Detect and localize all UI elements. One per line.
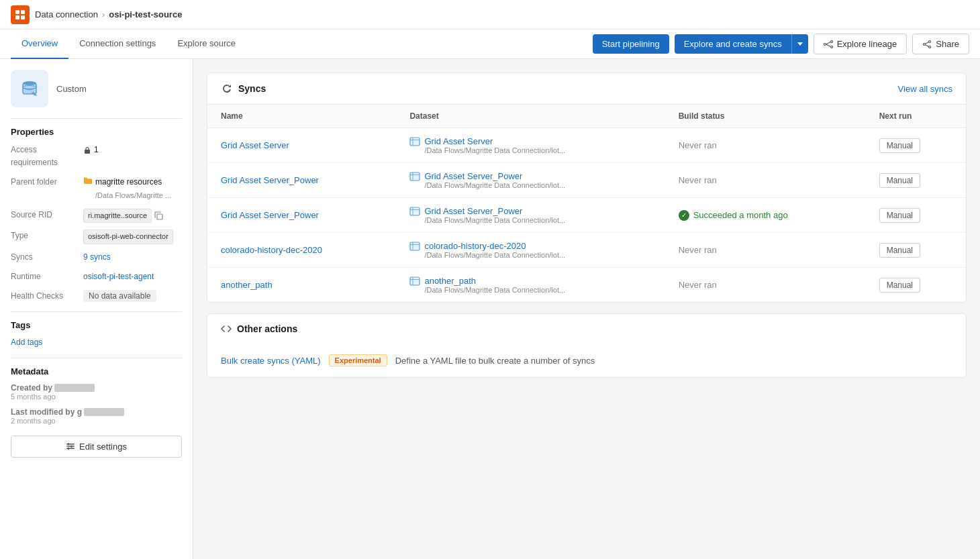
main-content: Syncs View all syncs Name Dataset Build …	[193, 59, 980, 559]
sync-name-link[interactable]: colorado-history-dec-2020	[221, 245, 322, 255]
explore-syncs-button[interactable]: Explore and create syncs	[675, 34, 791, 54]
health-checks-row: Health Checks No data available	[11, 290, 182, 303]
svg-point-5	[830, 40, 832, 42]
app-logo	[11, 5, 30, 24]
sync-name-cell: Grid Asset Server_Power	[207, 163, 396, 198]
dataset-name[interactable]: Grid Asset Server_Power	[424, 171, 565, 181]
dataset-icon	[409, 276, 420, 286]
sync-name-link[interactable]: Grid Asset Server_Power	[221, 210, 319, 220]
sidebar-icon-label: Custom	[56, 84, 87, 94]
copy-icon[interactable]	[154, 211, 163, 220]
parent-folder-row: Parent folder magritte resources /Data F…	[11, 176, 182, 201]
tab-connection-settings[interactable]: Connection settings	[68, 30, 166, 59]
last-modified-value	[84, 408, 124, 416]
runtime-label: Runtime	[11, 270, 78, 283]
topbar: Data connection › osi-pi-test-source	[0, 0, 980, 30]
table-row: another_path another_path /Data Flows/Ma…	[207, 268, 966, 303]
syncs-value[interactable]: 9 syncs	[83, 251, 182, 264]
created-by-row: Created by 5 months ago	[11, 383, 182, 401]
health-checks-label: Health Checks	[11, 290, 78, 303]
syncs-table-head: Name Dataset Build status Next run	[207, 105, 966, 128]
health-checks-value: No data available	[83, 290, 182, 303]
dataset-name[interactable]: colorado-history-dec-2020	[424, 241, 565, 251]
last-modified-row: Last modified by g 2 months ago	[11, 407, 182, 425]
syncs-table-body: Name Dataset Build status Next run Grid …	[207, 105, 966, 302]
other-actions-header: Other actions	[207, 314, 966, 344]
svg-rect-22	[68, 443, 69, 446]
svg-line-12	[926, 42, 929, 43]
sync-name-link[interactable]: another_path	[221, 280, 273, 290]
source-rid-label: Source RID	[11, 209, 78, 221]
sync-name-cell: Grid Asset Server_Power	[207, 198, 396, 233]
bulk-desc-text: Define a YAML file to bulk create a numb…	[395, 356, 595, 366]
build-status-cell: Never ran	[665, 268, 866, 303]
metadata-section: Metadata Created by 5 months ago Last mo…	[11, 366, 182, 425]
dataset-name[interactable]: another_path	[424, 276, 565, 286]
share-button[interactable]: Share	[912, 34, 969, 54]
add-tags-link[interactable]: Add tags	[11, 338, 42, 347]
source-rid-value: ri.magritte..source	[83, 209, 182, 223]
runtime-value[interactable]: osisoft-pi-test-agent	[83, 270, 182, 283]
next-run-cell: Manual	[866, 198, 966, 233]
other-actions-panel: Other actions Bulk create syncs (YAML) E…	[207, 313, 967, 378]
tab-explore-source[interactable]: Explore source	[166, 30, 246, 59]
status-never-ran: Never ran	[679, 280, 717, 290]
edit-settings-button[interactable]: Edit settings	[11, 436, 182, 458]
metadata-title: Metadata	[11, 366, 182, 376]
parent-folder-label: Parent folder	[11, 176, 78, 189]
sync-name-link[interactable]: Grid Asset Server_Power	[221, 175, 319, 185]
tags-title: Tags	[11, 320, 182, 330]
manual-badge: Manual	[879, 138, 920, 153]
access-requirements-row: Access requirements 1	[11, 144, 182, 169]
explore-syncs-dropdown-button[interactable]	[791, 34, 808, 54]
lock-icon	[83, 146, 91, 154]
svg-rect-20	[66, 446, 75, 447]
properties-section-title: Properties	[11, 127, 182, 137]
dataset-icon	[409, 242, 420, 251]
syncs-panel-title: Syncs	[221, 83, 266, 95]
dataset-cell: Grid Asset Server_Power /Data Flows/Magr…	[396, 198, 665, 233]
lineage-icon	[824, 40, 833, 49]
syncs-table-body-rows: Grid Asset Server Grid Asset Server /Dat…	[207, 128, 966, 303]
next-run-cell: Manual	[866, 163, 966, 198]
bulk-create-syncs-link[interactable]: Bulk create syncs (YAML)	[221, 356, 321, 366]
svg-point-4	[824, 43, 826, 45]
svg-rect-1	[21, 10, 25, 14]
svg-rect-23	[71, 446, 72, 448]
tab-overview[interactable]: Overview	[11, 30, 68, 59]
syncs-table: Name Dataset Build status Next run Grid …	[207, 105, 966, 302]
access-requirements-label: Access requirements	[11, 144, 78, 169]
next-run-cell: Manual	[866, 233, 966, 268]
nav-actions: Start pipelining Explore and create sync…	[593, 34, 969, 54]
view-all-syncs-link[interactable]: View all syncs	[898, 84, 952, 94]
dataset-name[interactable]: Grid Asset Server	[424, 136, 565, 146]
svg-rect-17	[85, 150, 90, 154]
table-row: Grid Asset Server_Power Grid Asset Serve…	[207, 163, 966, 198]
parent-folder-name[interactable]: magritte resources	[95, 176, 171, 189]
sync-name-link[interactable]: Grid Asset Server	[221, 140, 289, 150]
svg-rect-34	[410, 242, 420, 250]
explore-lineage-button[interactable]: Explore lineage	[814, 34, 908, 54]
sync-name-cell: another_path	[207, 268, 396, 303]
page-layout: Custom Properties Access requirements 1 …	[0, 59, 980, 559]
dataset-cell: another_path /Data Flows/Magritte Data C…	[396, 268, 665, 303]
sidebar-divider-1	[11, 118, 182, 119]
next-run-cell: Manual	[866, 128, 966, 163]
type-row: Type osisoft-pi-web-connector	[11, 230, 182, 244]
svg-rect-24	[68, 448, 69, 450]
table-row: colorado-history-dec-2020 colorado-histo…	[207, 233, 966, 268]
start-pipelining-button[interactable]: Start pipelining	[593, 34, 669, 54]
created-by-value	[54, 384, 95, 392]
dataset-icon	[409, 207, 420, 216]
dataset-name[interactable]: Grid Asset Server_Power	[424, 206, 565, 216]
svg-point-6	[830, 46, 832, 48]
dataset-path: /Data Flows/Magritte Data Connection/iot…	[424, 286, 565, 294]
svg-point-15	[23, 81, 36, 85]
dataset-cell: Grid Asset Server /Data Flows/Magritte D…	[396, 128, 665, 163]
sidebar: Custom Properties Access requirements 1 …	[0, 59, 193, 559]
table-row: Grid Asset Server_Power Grid Asset Serve…	[207, 198, 966, 233]
svg-rect-28	[410, 172, 420, 181]
breadcrumb-parent[interactable]: Data connection	[35, 9, 98, 19]
build-status-cell: Never ran	[665, 233, 866, 268]
manual-badge: Manual	[879, 173, 920, 188]
